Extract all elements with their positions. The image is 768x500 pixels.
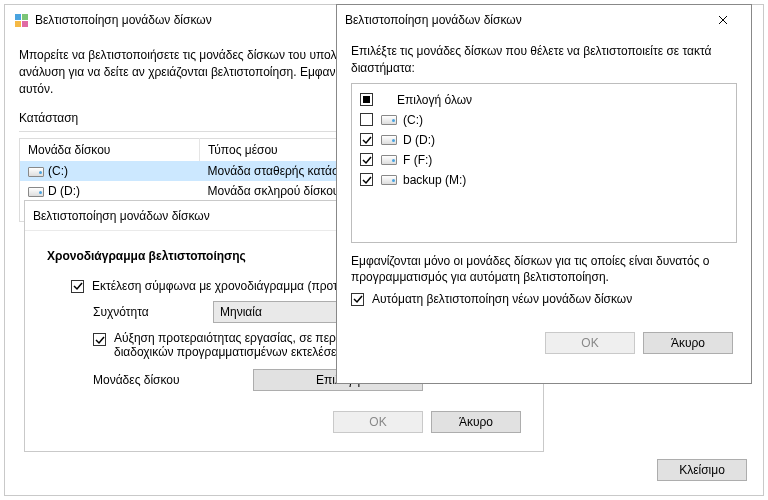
run-on-schedule-checkbox[interactable] (71, 280, 84, 293)
schedule-button-row: OK Άκυρο (43, 411, 525, 433)
base-close-row: Κλείσιμο (657, 459, 747, 481)
ok-button[interactable]: OK (545, 332, 635, 354)
ok-button[interactable]: OK (333, 411, 423, 433)
drive-label: backup (M:) (403, 173, 466, 187)
priority-checkbox[interactable] (93, 333, 106, 346)
cancel-button[interactable]: Άκυρο (643, 332, 733, 354)
drives-label: Μονάδες δίσκου (93, 373, 203, 387)
drive-name: (C:) (48, 164, 68, 178)
select-drives-dialog: Βελτιστοποίηση μονάδων δίσκων Επιλέξτε τ… (336, 4, 752, 384)
frequency-label: Συχνότητα (93, 305, 203, 319)
select-content: Επιλέξτε τις μονάδες δίσκων που θέλετε ν… (337, 35, 751, 368)
cancel-button[interactable]: Άκυρο (431, 411, 521, 433)
select-title: Βελτιστοποίηση μονάδων δίσκων (345, 13, 703, 27)
list-item[interactable]: D (D:) (360, 130, 728, 150)
run-on-schedule-label: Εκτέλεση σύμφωνα με χρονοδιάγραμμα (προτ… (92, 279, 375, 293)
auto-optimize-label: Αυτόματη βελτιστοποίηση νέων μονάδων δίσ… (372, 292, 632, 306)
select-button-row: OK Άκυρο (351, 332, 737, 354)
drive-checkbox[interactable] (360, 173, 373, 186)
close-button[interactable]: Κλείσιμο (657, 459, 747, 481)
auto-optimize-checkbox[interactable] (351, 293, 364, 306)
list-item[interactable]: backup (M:) (360, 170, 728, 190)
drive-label: D (D:) (403, 133, 435, 147)
drives-listbox[interactable]: Επιλογή όλων (C:) D (D:) F (F:) backup ( (351, 83, 737, 243)
drive-name: D (D:) (48, 184, 80, 198)
drive-icon (381, 115, 397, 125)
drive-checkbox[interactable] (360, 133, 373, 146)
drive-icon (28, 187, 44, 197)
drive-label: (C:) (403, 113, 423, 127)
select-prompt: Επιλέξτε τις μονάδες δίσκων που θέλετε ν… (351, 43, 737, 77)
select-all-item[interactable]: Επιλογή όλων (360, 90, 728, 110)
select-note: Εμφανίζονται μόνο οι μονάδες δίσκων για … (351, 253, 737, 287)
select-all-checkbox[interactable] (360, 93, 373, 106)
select-all-label: Επιλογή όλων (397, 93, 472, 107)
drive-icon (381, 135, 397, 145)
drive-icon (28, 167, 44, 177)
col-drive[interactable]: Μονάδα δίσκου (20, 139, 200, 162)
drive-icon (381, 175, 397, 185)
drive-label: F (F:) (403, 153, 432, 167)
list-item[interactable]: F (F:) (360, 150, 728, 170)
list-item[interactable]: (C:) (360, 110, 728, 130)
auto-optimize-row: Αυτόματη βελτιστοποίηση νέων μονάδων δίσ… (351, 292, 737, 306)
drive-checkbox[interactable] (360, 153, 373, 166)
drive-icon (381, 155, 397, 165)
optimize-drives-icon (13, 12, 29, 28)
select-titlebar: Βελτιστοποίηση μονάδων δίσκων (337, 5, 751, 35)
close-button[interactable] (703, 5, 743, 35)
frequency-value: Μηνιαία (220, 305, 262, 319)
drive-checkbox[interactable] (360, 113, 373, 126)
